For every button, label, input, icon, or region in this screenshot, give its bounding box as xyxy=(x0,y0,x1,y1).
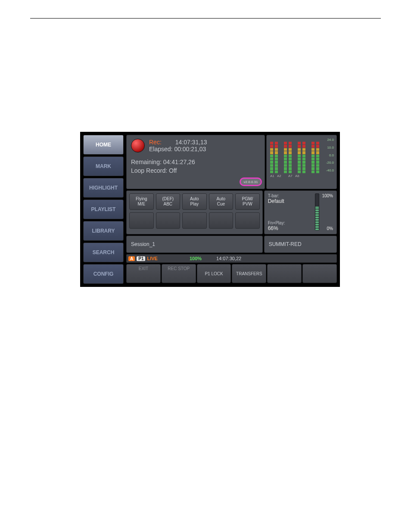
sidebar-item-home[interactable]: HOME xyxy=(83,135,124,155)
rec-timecode: 14:07:31,13 xyxy=(175,139,207,146)
record-indicator-icon xyxy=(131,139,145,152)
mode-line1: Flying xyxy=(136,196,147,202)
mode-line2: Cue xyxy=(217,202,225,207)
meter-ch-label: A8 xyxy=(295,174,300,178)
db-tick: 0.0 xyxy=(326,153,334,157)
mode-empty[interactable] xyxy=(129,212,154,229)
sidebar-label: HIGHLIGHT xyxy=(89,185,118,191)
version-badge: v2.0.0.31 xyxy=(240,177,262,186)
db-tick: 10.0 xyxy=(326,146,334,149)
fn-label: EXIT xyxy=(139,266,148,271)
meter-bar xyxy=(311,141,314,173)
main-area: Rec: 14:07:31,13 Elapsed: 00:00:21,03 Re… xyxy=(125,134,338,285)
sidebar-item-playlist[interactable]: PLAYLIST xyxy=(83,199,124,219)
session-box: Session_1 xyxy=(126,236,263,253)
exit-button[interactable]: EXIT xyxy=(126,264,161,283)
mode-line1: Auto xyxy=(217,196,226,202)
audio-meters-box: A1 A2 A7 A8 24.0 10.0 0.0 -20.0 -40.0 xyxy=(266,135,337,189)
transfers-button[interactable]: TRANSFERS xyxy=(232,264,266,283)
tbar-box: T-bar: 100% Default Fn+Play: 66% 0% xyxy=(264,190,337,234)
tbar-slider[interactable] xyxy=(315,193,319,230)
rec-label: Rec: xyxy=(149,139,162,146)
rec-stop-button[interactable]: REC STOP xyxy=(162,264,196,283)
mode-line2: M/E xyxy=(137,202,145,207)
db-scale: 24.0 10.0 0.0 -20.0 -40.0 xyxy=(326,138,334,172)
sidebar-label: HOME xyxy=(96,142,111,148)
sidebar-label: CONFIG xyxy=(93,271,114,277)
sidebar-label: SEARCH xyxy=(93,249,115,255)
meter-bar xyxy=(284,141,287,173)
live-indicator: LIVE xyxy=(147,256,157,261)
fnplay-label: Fn+Play: xyxy=(268,221,285,225)
meter-bar xyxy=(302,141,305,173)
fn-label: TRANSFERS xyxy=(236,271,262,276)
elapsed-label: Elapsed: xyxy=(149,146,172,152)
remaining-label: Remaining: xyxy=(131,159,162,165)
fnplay-value: 66% xyxy=(268,225,278,231)
db-tick: -40.0 xyxy=(326,168,334,172)
mode-empty[interactable] xyxy=(209,212,234,229)
device-box: SUMMIT-RED xyxy=(264,236,337,253)
device-name: SUMMIT-RED xyxy=(269,241,302,247)
mode-line1: Auto xyxy=(190,196,199,202)
mode-line1: (DEF) xyxy=(162,196,174,202)
meter-ch-label: A2 xyxy=(277,174,282,178)
db-tick: -20.0 xyxy=(326,161,334,165)
p1-lock-button[interactable]: P1 LOCK xyxy=(197,264,231,283)
sidebar: HOME MARK HIGHLIGHT PLAYLIST LIBRARY SEA… xyxy=(82,134,125,285)
meter-bar xyxy=(289,141,292,173)
mode-def-abc[interactable]: (DEF) ABC xyxy=(156,193,181,210)
sidebar-item-config[interactable]: CONFIG xyxy=(83,264,124,284)
record-status-box: Rec: 14:07:31,13 Elapsed: 00:00:21,03 Re… xyxy=(126,135,265,189)
mode-auto-cue[interactable]: Auto Cue xyxy=(209,193,234,210)
elapsed-value: 00:00:21,03 xyxy=(174,146,206,152)
mode-pgm-pvw[interactable]: PGM/ PVW xyxy=(235,193,260,210)
meter-bar xyxy=(298,141,301,173)
fn-empty-button[interactable] xyxy=(267,264,302,283)
mode-empty[interactable] xyxy=(156,212,181,229)
sidebar-item-library[interactable]: LIBRARY xyxy=(83,221,124,241)
mode-flying-me[interactable]: Flying M/E xyxy=(129,193,154,210)
tbar-top-pct: 100% xyxy=(322,193,333,198)
sidebar-label: PLAYLIST xyxy=(91,206,116,212)
version-text: v2.0.0.31 xyxy=(244,180,258,184)
meter-bar xyxy=(270,141,273,173)
meter-bar xyxy=(316,141,319,173)
mode-line2: ABC xyxy=(164,202,173,207)
mode-line2: Play xyxy=(190,202,199,207)
modes-box: Flying M/E (DEF) ABC Auto Play Auto Cue xyxy=(126,190,263,234)
mode-auto-play[interactable]: Auto Play xyxy=(182,193,207,210)
meter-ch-label: A7 xyxy=(288,174,293,178)
audio-meters xyxy=(269,138,334,173)
status-strip: A P1 LIVE 100% 14:07:30,22 xyxy=(126,254,337,263)
page-divider xyxy=(30,18,381,19)
channel-p1-chip: P1 xyxy=(137,256,145,261)
sidebar-item-highlight[interactable]: HIGHLIGHT xyxy=(83,178,124,198)
mode-empty[interactable] xyxy=(235,212,260,229)
sidebar-label: LIBRARY xyxy=(92,228,115,234)
app-panel: HOME MARK HIGHLIGHT PLAYLIST LIBRARY SEA… xyxy=(80,132,340,287)
sidebar-item-mark[interactable]: MARK xyxy=(83,156,124,176)
fn-empty-button[interactable] xyxy=(302,264,337,283)
fn-label: REC STOP xyxy=(168,266,190,271)
tbar-label: T-bar: xyxy=(268,193,279,198)
meter-bar xyxy=(275,141,278,173)
loop-record-label: Loop Record: xyxy=(131,167,167,174)
mode-empty[interactable] xyxy=(182,212,207,229)
status-timecode: 14:07:30,22 xyxy=(216,256,241,261)
fn-label: P1 LOCK xyxy=(205,271,223,276)
tbar-bottom-pct: 0% xyxy=(327,226,333,231)
remaining-value: 04:41:27,26 xyxy=(163,159,195,165)
sidebar-label: MARK xyxy=(96,163,111,169)
loop-record-value: Off xyxy=(169,167,177,174)
mode-line1: PGM/ xyxy=(242,196,253,202)
tbar-mode: Default xyxy=(268,198,333,204)
channel-a-chip: A xyxy=(128,256,135,261)
sidebar-item-search[interactable]: SEARCH xyxy=(83,243,124,262)
mode-line2: PVW xyxy=(243,202,252,207)
meter-ch-label: A1 xyxy=(270,174,275,178)
status-percent: 100% xyxy=(190,256,202,261)
db-tick: 24.0 xyxy=(326,138,334,142)
session-name: Session_1 xyxy=(131,241,258,247)
